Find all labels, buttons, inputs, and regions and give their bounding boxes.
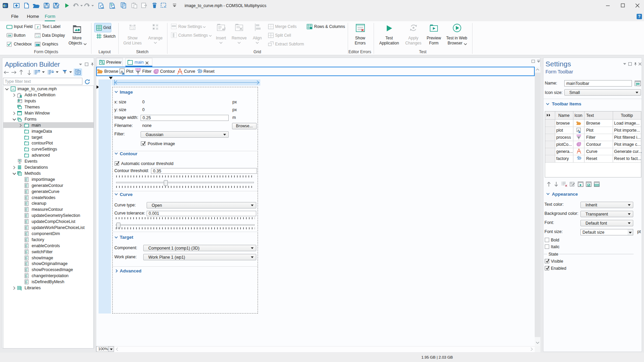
svg-text:1.23: 1.23 — [36, 35, 40, 37]
svg-text:T: T — [37, 26, 39, 29]
svg-text:1.23: 1.23 — [130, 28, 135, 30]
svg-text:OK: OK — [8, 34, 11, 37]
